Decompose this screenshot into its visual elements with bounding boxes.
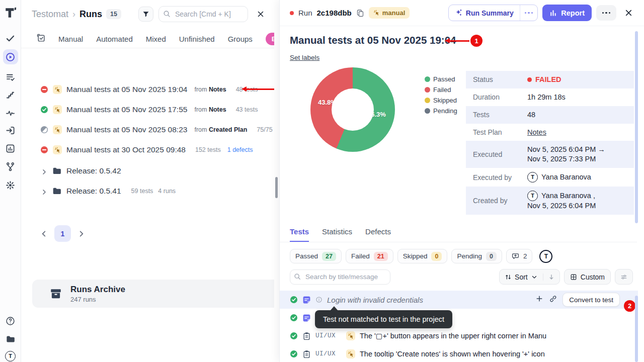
- breadcrumb-project[interactable]: Testomat: [32, 9, 68, 20]
- test-list-nav-icon[interactable]: [6, 72, 16, 82]
- archive-title: Runs Archive: [70, 285, 125, 295]
- report-button[interactable]: Report: [542, 5, 592, 21]
- tests-search-input[interactable]: [290, 269, 390, 285]
- projects-folder-icon[interactable]: [6, 334, 16, 344]
- run-id: 2c198dbb: [317, 9, 352, 17]
- run-detail-title: Manual tests at 05 Nov 2025 19:04: [290, 34, 456, 46]
- run-row[interactable]: Manual tests at 05 Nov 2025 08:23 from C…: [21, 120, 274, 140]
- filter-button[interactable]: [138, 7, 153, 22]
- sort-direction-button[interactable]: [543, 274, 559, 281]
- copy-icon[interactable]: [356, 9, 364, 17]
- set-labels-link[interactable]: Set labels: [290, 54, 319, 61]
- note-icon: [302, 314, 311, 322]
- test-row[interactable]: UI/UX The '▢+' button appears in the upp…: [280, 327, 638, 345]
- pill-skipped[interactable]: Skipped0: [397, 249, 448, 263]
- run-from: from Created Plan: [194, 126, 247, 133]
- note-icon: [302, 296, 311, 304]
- sort-button[interactable]: Sort: [500, 273, 543, 281]
- pending-count: 0: [486, 252, 497, 261]
- pulse-nav-icon[interactable]: [6, 108, 16, 118]
- help-icon[interactable]: [6, 316, 16, 326]
- test-row[interactable]: UI/UX The tooltip 'Create notes' is show…: [280, 345, 638, 362]
- convert-to-test-button[interactable]: Convert to test: [562, 293, 620, 307]
- release-folder-row[interactable]: Release: 0.5.42: [21, 161, 274, 181]
- add-icon[interactable]: [535, 295, 543, 305]
- import-nav-icon[interactable]: [6, 125, 16, 135]
- detail-scrollbar-thumb[interactable]: [635, 31, 638, 223]
- test-tag: UI/UX: [315, 350, 342, 357]
- info-row-duration: Duration 1h 29m 18s: [466, 88, 634, 106]
- run-row[interactable]: Manual tests at 05 Nov 2025 19:04 from N…: [21, 79, 274, 100]
- arrow-down-icon: [548, 274, 555, 281]
- run-summary-label: Run Summary: [466, 9, 514, 17]
- run-title: Manual tests at 30 Oct 2025 09:48: [66, 145, 186, 154]
- run-summary-more-button[interactable]: [520, 5, 538, 21]
- skipped-dot-icon: [425, 98, 430, 103]
- analytics-nav-icon[interactable]: [6, 143, 16, 153]
- more-actions-button[interactable]: [596, 5, 616, 21]
- search-input[interactable]: [158, 6, 248, 22]
- runs-nav-icon[interactable]: [3, 49, 18, 64]
- tab-groups[interactable]: Groups: [228, 35, 253, 43]
- tab-mixed[interactable]: Mixed: [146, 35, 166, 43]
- steps-nav-icon[interactable]: [6, 89, 16, 100]
- annotation-arrow-title: [449, 40, 469, 42]
- status-filter-pills: Passed27 Failed21 Skipped0 Pending0 2 T: [290, 249, 552, 263]
- tab-tests[interactable]: Tests: [290, 227, 309, 242]
- pill-passed[interactable]: Passed27: [290, 249, 342, 263]
- run-from: from Notes: [194, 86, 226, 93]
- display-settings-button[interactable]: [615, 269, 633, 285]
- pagination: 1: [40, 225, 85, 242]
- tab-unfinished[interactable]: Unfinished: [179, 35, 215, 43]
- failed-dot-icon: [290, 11, 294, 15]
- manual-badge-label: manual: [382, 9, 406, 17]
- page-next-icon[interactable]: [78, 230, 85, 237]
- runs-search: [158, 6, 248, 22]
- custom-view-button[interactable]: Custom: [564, 269, 611, 285]
- chevron-right-icon[interactable]: [41, 168, 47, 174]
- run-summary-button[interactable]: Run Summary: [449, 5, 520, 21]
- tab-manual[interactable]: Manual: [58, 35, 83, 43]
- run-defects-link[interactable]: 1 defects: [227, 146, 253, 153]
- assignee-avatar[interactable]: T: [539, 250, 552, 263]
- tab-automated[interactable]: Automated: [96, 35, 133, 43]
- page-number[interactable]: 1: [54, 225, 71, 242]
- pill-comments[interactable]: 2: [506, 249, 533, 263]
- run-row[interactable]: Manual tests at 30 Oct 2025 09:48 152 te…: [21, 140, 274, 160]
- custom-label: Custom: [581, 273, 605, 281]
- run-summary-split-button: Run Summary: [448, 5, 538, 21]
- settings-gear-icon[interactable]: [6, 180, 16, 190]
- clipboard-icon: [302, 350, 311, 358]
- search-icon: [163, 10, 171, 20]
- tab-defects[interactable]: Defects: [365, 227, 391, 242]
- chevron-right-icon[interactable]: [41, 188, 47, 194]
- annotation-arrow-run: [246, 88, 274, 90]
- pill-failed[interactable]: Failed21: [346, 249, 393, 263]
- select-all-icon[interactable]: [37, 34, 45, 44]
- close-panel-icon[interactable]: [623, 8, 634, 19]
- runs-panel: Testomat › Runs 15 Manual Automated Mixe…: [21, 0, 274, 362]
- run-tests-count: 43 tests: [236, 106, 258, 113]
- testomat-logo-icon[interactable]: [4, 6, 17, 19]
- avatar-letter: T: [5, 351, 16, 361]
- breadcrumb-section[interactable]: Runs: [79, 9, 102, 20]
- runs-archive-banner[interactable]: Runs Archive 247 runs: [32, 280, 274, 308]
- pill-pending[interactable]: Pending0: [451, 249, 502, 263]
- link-icon[interactable]: [549, 295, 557, 305]
- tab-estimate-badge[interactable]: Estimate: [266, 33, 274, 45]
- archive-box-icon: [49, 287, 62, 300]
- comment-count: 2: [523, 252, 527, 260]
- user-avatar[interactable]: T: [6, 351, 16, 361]
- close-icon[interactable]: [254, 8, 267, 21]
- runs-scrollbar-thumb[interactable]: [275, 177, 278, 198]
- test-plan-link[interactable]: Notes: [527, 128, 546, 136]
- release-folder-row[interactable]: Release: 0.5.41 59 tests 4 runs: [21, 181, 274, 201]
- sort-arrows-icon: [505, 274, 512, 281]
- run-detail-panel: Run 2c198dbb manual Run Summary Report M…: [279, 0, 644, 362]
- tab-statistics[interactable]: Statistics: [322, 227, 352, 242]
- page-prev-icon[interactable]: [40, 230, 47, 237]
- run-row[interactable]: Manual tests at 05 Nov 2025 17:55 from N…: [21, 100, 274, 120]
- branches-nav-icon[interactable]: [6, 161, 16, 171]
- detail-scrollbar-thumb[interactable]: [635, 296, 638, 362]
- checks-nav-icon[interactable]: [6, 33, 16, 43]
